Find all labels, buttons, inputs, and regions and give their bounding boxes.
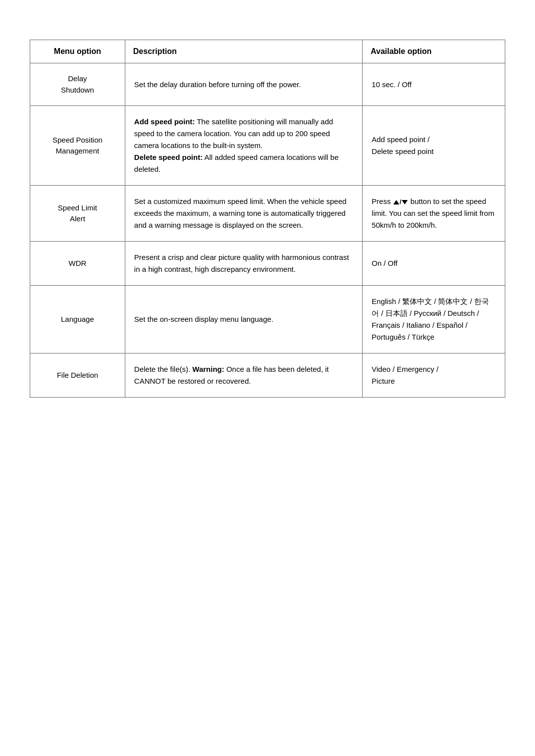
main-table-wrapper: Menu option Description Available option… (30, 40, 505, 398)
table-row: WDR Present a crisp and clear picture qu… (30, 242, 505, 286)
menu-label-delay-shutdown: DelayShutdown (30, 63, 125, 106)
menu-options-table: Menu option Description Available option… (30, 40, 505, 398)
menu-label-speed-limit: Speed LimitAlert (30, 186, 125, 242)
desc-bold-warning: Warning: (192, 365, 224, 373)
table-row: DelayShutdown Set the delay duration bef… (30, 63, 505, 106)
avail-speed-limit: Press / button to set the speed limit. Y… (363, 186, 505, 242)
header-available-option: Available option (363, 40, 505, 63)
menu-label-language: Language (30, 286, 125, 353)
desc-bold-add-speed: Add speed point: (134, 117, 195, 126)
desc-speed-limit: Set a customized maximum speed limit. Wh… (125, 186, 363, 242)
avail-file-deletion: Video / Emergency /Picture (363, 353, 505, 398)
table-row: Language Set the on-screen display menu … (30, 286, 505, 353)
table-row: File Deletion Delete the file(s). Warnin… (30, 353, 505, 398)
table-row: Speed LimitAlert Set a customized maximu… (30, 186, 505, 242)
desc-wdr: Present a crisp and clear picture qualit… (125, 242, 363, 286)
desc-bold-delete-speed: Delete speed point: (134, 153, 203, 161)
header-menu-option: Menu option (30, 40, 125, 63)
desc-speed-position: Add speed point: The satellite positioni… (125, 106, 363, 186)
avail-language: English / 繁体中文 / 简体中文 / 한국어 / 日本語 / Русс… (363, 286, 505, 353)
desc-language: Set the on-screen display menu language. (125, 286, 363, 353)
triangle-up-icon (393, 200, 399, 204)
triangle-down-icon (402, 200, 408, 204)
menu-label-speed-position: Speed PositionManagement (30, 106, 125, 186)
header-description: Description (125, 40, 363, 63)
menu-label-wdr: WDR (30, 242, 125, 286)
avail-delay-shutdown: 10 sec. / Off (363, 63, 505, 106)
menu-label-file-deletion: File Deletion (30, 353, 125, 398)
desc-delay-shutdown: Set the delay duration before turning of… (125, 63, 363, 106)
avail-wdr: On / Off (363, 242, 505, 286)
table-row: Speed PositionManagement Add speed point… (30, 106, 505, 186)
desc-file-deletion: Delete the file(s). Warning: Once a file… (125, 353, 363, 398)
avail-speed-position: Add speed point /Delete speed point (363, 106, 505, 186)
